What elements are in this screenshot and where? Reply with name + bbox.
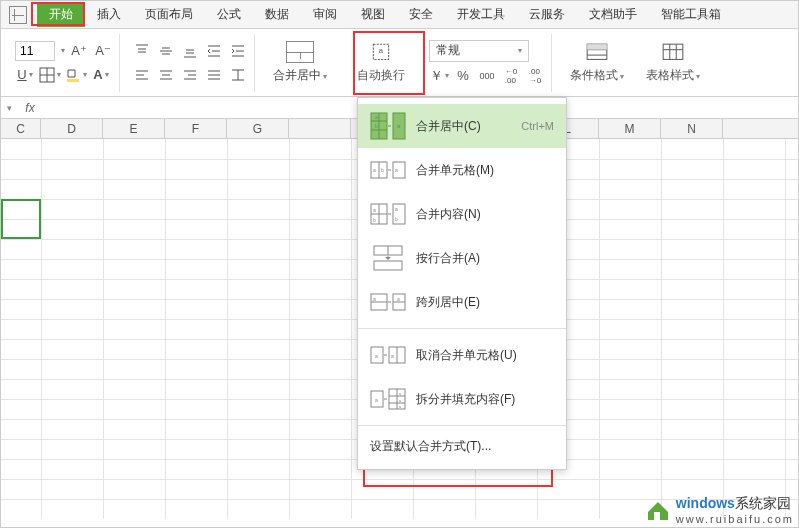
svg-text:a: a: [373, 207, 376, 213]
svg-text:a: a: [375, 114, 378, 120]
dd-split-fill[interactable]: aaaa 拆分并填充内容(F): [358, 377, 566, 421]
align-top-button[interactable]: [132, 41, 152, 61]
menu-data[interactable]: 数据: [253, 2, 301, 27]
house-icon: [644, 498, 672, 522]
svg-text:a: a: [375, 397, 378, 403]
menu-dochelper[interactable]: 文档助手: [577, 2, 649, 27]
svg-text:a: a: [373, 296, 376, 302]
font-size-input[interactable]: [15, 41, 55, 61]
comma-style-button[interactable]: 000: [477, 66, 497, 86]
justify-button[interactable]: [204, 65, 224, 85]
conditional-format-icon: [585, 41, 609, 63]
font-color-button[interactable]: A ▾: [91, 65, 111, 85]
menu-cloud[interactable]: 云服务: [517, 2, 577, 27]
dd-unmerge[interactable]: aa 取消合并单元格(U): [358, 333, 566, 377]
watermark-main: windows: [676, 495, 735, 511]
fill-color-button[interactable]: ▾: [65, 65, 87, 85]
watermark-sub: www.ruibaifu.com: [676, 513, 794, 525]
decrease-decimal-button[interactable]: ←0 .00: [501, 66, 521, 86]
dd-label: 按行合并(A): [416, 250, 480, 267]
svg-rect-3: [67, 79, 79, 82]
orientation-button[interactable]: [228, 65, 248, 85]
menu-view[interactable]: 视图: [349, 2, 397, 27]
app-menu-icon[interactable]: [9, 6, 27, 24]
chevron-down-icon[interactable]: ▾: [61, 46, 65, 55]
merge-center-button[interactable]: 合并居中▾: [267, 39, 333, 86]
svg-rect-90: [654, 512, 660, 520]
highlight-merge-button: [353, 31, 425, 95]
svg-text:a: a: [395, 167, 398, 173]
svg-text:a: a: [373, 167, 376, 173]
svg-text:a: a: [399, 391, 402, 396]
menu-insert[interactable]: 插入: [85, 2, 133, 27]
menu-smarttools[interactable]: 智能工具箱: [649, 2, 733, 27]
dd-merge-cells[interactable]: aba 合并单元格(M): [358, 148, 566, 192]
menu-separator: [358, 425, 566, 426]
watermark: windows系统家园 www.ruibaifu.com: [644, 495, 794, 525]
col-header[interactable]: N: [661, 119, 723, 138]
merge-center-icon: aba: [370, 112, 406, 140]
border-button[interactable]: ▾: [39, 65, 61, 85]
svg-text:a: a: [399, 404, 402, 409]
col-header[interactable]: E: [103, 119, 165, 138]
unmerge-icon: aa: [370, 341, 406, 369]
align-middle-button[interactable]: [156, 41, 176, 61]
dd-label: 合并居中(C): [416, 118, 481, 135]
col-header[interactable]: C: [1, 119, 41, 138]
split-fill-icon: aaaa: [370, 385, 406, 413]
merge-dropdown-menu: aba 合并居中(C) Ctrl+M aba 合并单元格(M) abab 合并内…: [357, 97, 567, 470]
increase-decimal-button[interactable]: .00 →0: [525, 66, 545, 86]
font-group: ▾ A⁺ A⁻ U▾ ▾ ▾ A ▾: [9, 34, 120, 92]
increase-font-button[interactable]: A⁺: [69, 41, 89, 61]
dd-merge-center[interactable]: aba 合并居中(C) Ctrl+M: [358, 104, 566, 148]
menu-security[interactable]: 安全: [397, 2, 445, 27]
menu-review[interactable]: 审阅: [301, 2, 349, 27]
namebox-dropdown[interactable]: ▾: [1, 103, 17, 113]
watermark-suffix: 系统家园: [735, 495, 791, 511]
dd-default-merge[interactable]: 设置默认合并方式(T)...: [358, 430, 566, 463]
fx-icon[interactable]: fx: [17, 101, 43, 115]
align-bottom-button[interactable]: [180, 41, 200, 61]
table-style-icon: [661, 41, 685, 63]
highlight-start-tab: [31, 2, 85, 26]
align-center-button[interactable]: [156, 65, 176, 85]
menu-pagelayout[interactable]: 页面布局: [133, 2, 205, 27]
table-style-button[interactable]: 表格样式▾: [640, 39, 706, 86]
menu-formula[interactable]: 公式: [205, 2, 253, 27]
percent-button[interactable]: %: [453, 66, 473, 86]
styles-group: 条件格式▾ 表格样式▾: [558, 34, 712, 92]
merge-rows-icon: [370, 244, 406, 272]
number-group: 常规 ▾ ￥▾ % 000 ←0 .00 .00 →0: [423, 34, 552, 92]
indent-increase-button[interactable]: [228, 41, 248, 61]
decrease-font-button[interactable]: A⁻: [93, 41, 113, 61]
dd-label: 跨列居中(E): [416, 294, 480, 311]
col-header[interactable]: [289, 119, 351, 138]
dd-center-across[interactable]: aa 跨列居中(E): [358, 280, 566, 324]
selected-cell[interactable]: [1, 199, 41, 239]
col-header[interactable]: D: [41, 119, 103, 138]
merge-cells-icon: aba: [370, 156, 406, 184]
table-style-label: 表格样式: [646, 68, 694, 82]
conditional-format-label: 条件格式: [570, 68, 618, 82]
align-left-button[interactable]: [132, 65, 152, 85]
svg-text:b: b: [373, 217, 376, 223]
align-group: [126, 34, 255, 92]
col-header[interactable]: F: [165, 119, 227, 138]
col-header[interactable]: M: [599, 119, 661, 138]
merge-group: 合并居中▾: [261, 34, 339, 92]
dd-merge-rows[interactable]: 按行合并(A): [358, 236, 566, 280]
number-format-select[interactable]: 常规 ▾: [429, 40, 529, 62]
svg-text:a: a: [375, 353, 378, 359]
conditional-format-button[interactable]: 条件格式▾: [564, 39, 630, 86]
col-header[interactable]: G: [227, 119, 289, 138]
currency-button[interactable]: ￥▾: [429, 66, 449, 86]
align-right-button[interactable]: [180, 65, 200, 85]
underline-button[interactable]: U▾: [15, 65, 35, 85]
indent-decrease-button[interactable]: [204, 41, 224, 61]
svg-rect-69: [374, 261, 402, 270]
dd-merge-content[interactable]: abab 合并内容(N): [358, 192, 566, 236]
merge-content-icon: abab: [370, 200, 406, 228]
merge-center-label: 合并居中: [273, 68, 321, 82]
menu-devtools[interactable]: 开发工具: [445, 2, 517, 27]
dd-label: 合并单元格(M): [416, 162, 494, 179]
